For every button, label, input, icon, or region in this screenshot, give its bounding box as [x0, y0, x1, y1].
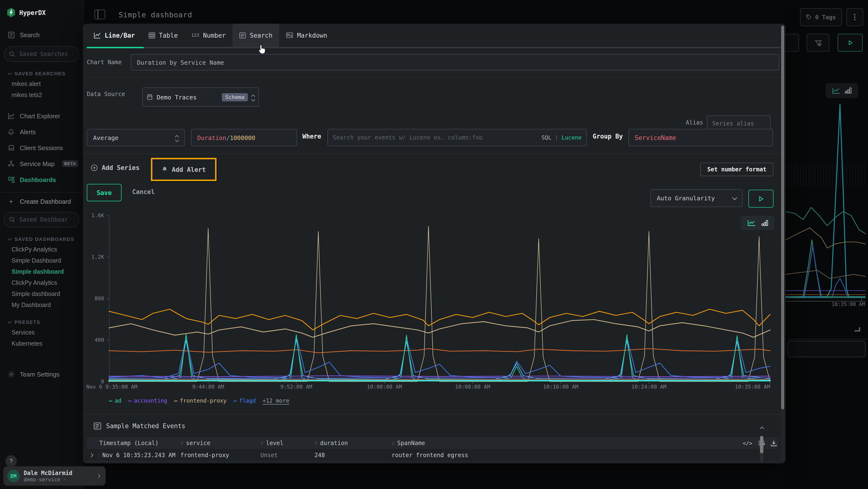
legend-more-link[interactable]: +12 more [262, 397, 289, 404]
granularity-select[interactable]: Auto Granularity [651, 189, 743, 207]
lucene-mode-toggle[interactable]: Lucene [562, 134, 582, 141]
tab-markdown[interactable]: Markdown [279, 24, 334, 47]
preset-item[interactable]: Kubernetes [0, 338, 83, 349]
col-level[interactable]: ⠿level [260, 440, 314, 447]
beta-badge: BETA [62, 160, 78, 167]
chart-name-input[interactable] [131, 54, 779, 70]
save-button[interactable]: Save [87, 184, 122, 201]
sidebar-item-label: Client Sessions [20, 144, 63, 151]
list-icon [94, 422, 101, 430]
bg-input-box[interactable] [787, 341, 866, 357]
tag-icon [806, 14, 812, 20]
saved-dashboard-item[interactable]: ClickPy Analytics [0, 277, 83, 288]
x-tick-label: 10:00:00 AM [367, 384, 402, 390]
expression-operator: / [226, 134, 230, 141]
legend-item[interactable]: —frontend-proxy [174, 397, 227, 404]
user-card[interactable]: DM Dale McDiarmid demo-service - [3, 466, 105, 486]
saved-dashboards-input[interactable] [18, 216, 68, 224]
avatar: DM [7, 470, 20, 482]
play-icon [758, 196, 764, 202]
tab-search[interactable]: Search [232, 24, 279, 47]
chart-y-axis: 1.6K1.2K8004000 [83, 216, 106, 382]
saved-search-item[interactable]: mikes tets2 [0, 89, 83, 100]
add-series-button[interactable]: Add Series [91, 160, 140, 175]
table-scrollbar-track[interactable] [760, 436, 763, 463]
saved-dashboard-item[interactable]: Simple Dashboard [0, 255, 83, 266]
cell-timestamp: Nov 6 10:35:23.243 AM [99, 452, 180, 458]
col-service[interactable]: ⠿service [180, 440, 260, 447]
cancel-button[interactable]: Cancel [132, 188, 155, 196]
page-title: Simple dashboard [119, 10, 192, 19]
saved-search-item[interactable]: mikes alert [0, 78, 83, 89]
drag-handle-icon: ⠿ [314, 441, 317, 446]
legend-item[interactable]: —ad [109, 397, 122, 404]
logo[interactable]: HyperDX [0, 0, 83, 18]
expression-field[interactable]: Duration/1000000 [191, 129, 297, 146]
kebab-menu-button[interactable] [846, 8, 863, 26]
data-source-select[interactable]: Demo Traces Schema [142, 87, 259, 107]
sidebar-item-client-sessions[interactable]: Client Sessions [0, 141, 83, 154]
table-row[interactable]: Nov 6 10:35:23.243 AM frontend-proxy Uns… [87, 461, 779, 463]
kebab-icon [854, 14, 856, 20]
y-tick-label: 800 [83, 295, 104, 302]
collapse-chevron-icon[interactable] [760, 427, 764, 431]
sql-mode-toggle[interactable]: SQL [541, 134, 552, 141]
sidebar-collapse-icon[interactable] [94, 10, 105, 19]
modal-scrollbar-thumb[interactable] [781, 26, 784, 409]
legend-item[interactable]: —accounting [128, 397, 167, 404]
tab-number[interactable]: 123 Number [185, 24, 232, 47]
saved-dashboard-item[interactable]: ClickPy Analytics [0, 244, 83, 255]
download-icon[interactable] [771, 440, 777, 446]
aggregation-select[interactable]: Average [87, 129, 185, 146]
create-dashboard-button[interactable]: + Create Dashboard [0, 196, 83, 207]
x-tick-label: 9:44:00 AM [192, 384, 224, 390]
x-tick-label: Nov 6 9:35:00 AM [86, 384, 137, 390]
saved-searches-search[interactable] [4, 46, 79, 62]
user-subtitle: demo-service - [24, 476, 93, 482]
data-source-value: Demo Traces [157, 93, 218, 100]
group-by-input[interactable]: ServiceName [628, 129, 773, 146]
sidebar-item-chart-explorer[interactable]: Chart Explorer [0, 109, 83, 123]
code-icon[interactable]: </> [743, 440, 752, 446]
presets-header[interactable]: PRESETS [0, 317, 83, 327]
saved-searches-input[interactable] [18, 50, 68, 58]
col-duration[interactable]: ⠿duration [314, 440, 392, 447]
background-panel: 0 Tags 10:35:00 AM [785, 0, 868, 489]
saved-dashboards-header[interactable]: SAVED DASHBOARDS [0, 234, 83, 244]
col-spanname[interactable]: ⠿SpanName [392, 440, 740, 447]
tags-button[interactable]: 0 Tags [800, 8, 842, 26]
line-bar-icon [94, 32, 101, 38]
sidebar-item-alerts[interactable]: Alerts [0, 125, 83, 139]
duration-line-chart[interactable] [109, 216, 770, 386]
bg-chart-type-toggle[interactable] [826, 83, 858, 98]
sidebar-item-dashboards[interactable]: Dashboards [0, 173, 83, 186]
table-scrollbar-thumb[interactable] [760, 436, 763, 453]
saved-dashboard-item[interactable]: My Dashboard [0, 299, 83, 310]
where-search-input[interactable]: Search your events w/ Lucene ex. column:… [328, 129, 587, 146]
filter-button[interactable] [807, 34, 830, 52]
saved-dashboard-item[interactable]: Simple dashboard [0, 288, 83, 299]
saved-searches-header[interactable]: SAVED SEARCHES [0, 68, 83, 78]
sidebar-item-team-settings[interactable]: Team Settings [0, 367, 83, 381]
bg-mini-chart [785, 99, 866, 302]
sample-events-table: Timestamp (Local) ⠿service ⠿level ⠿durat… [87, 437, 779, 463]
add-alert-button-highlighted[interactable]: Add Alert [151, 158, 217, 181]
col-timestamp[interactable]: Timestamp (Local) [99, 440, 180, 447]
sidebar-item-service-map[interactable]: Service Map BETA [0, 157, 83, 170]
cell-duration: 248 [314, 452, 392, 458]
saved-dashboards-search[interactable] [4, 212, 79, 227]
bar-chart-icon [845, 87, 851, 94]
help-button[interactable]: ? [5, 455, 17, 467]
tab-table[interactable]: Table [142, 24, 184, 47]
modal-scrollbar[interactable] [781, 26, 784, 461]
run-query-button[interactable] [748, 190, 774, 207]
saved-dashboard-item-active[interactable]: Simple dashboard [0, 266, 83, 277]
tab-line-bar[interactable]: Line/Bar [87, 24, 142, 47]
sidebar-item-search[interactable]: Search [0, 28, 83, 41]
table-row[interactable]: Nov 6 10:35:23.243 AM frontend-proxy Uns… [87, 449, 779, 461]
legend-item[interactable]: —flagd [234, 397, 256, 404]
bg-run-query-button[interactable] [838, 34, 863, 52]
expand-row-icon[interactable] [87, 452, 99, 458]
preset-item[interactable]: Services [0, 327, 83, 338]
set-number-format-button[interactable]: Set number format [700, 163, 774, 176]
